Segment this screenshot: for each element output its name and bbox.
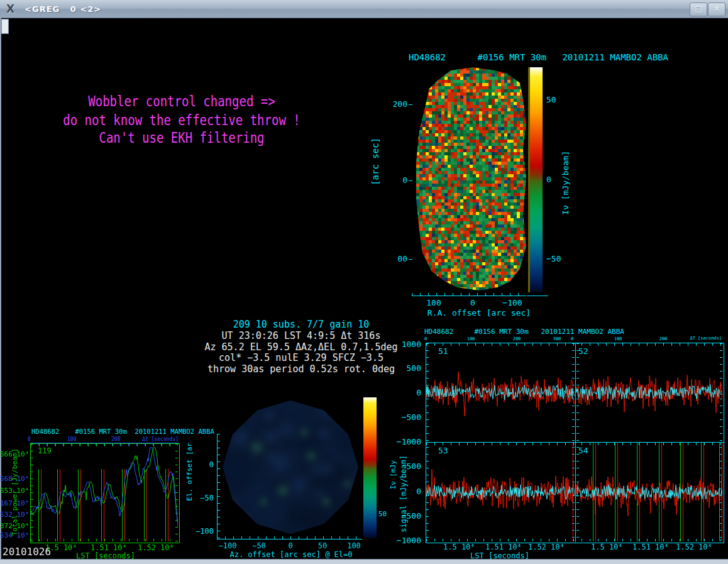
signal-xtick: 1.5 10⁴ — [591, 543, 622, 551]
signal-panel-53-canvas — [426, 443, 575, 541]
signal-top-tick: 200 — [511, 337, 522, 342]
close-button[interactable]: ✕ — [708, 3, 725, 16]
window-title: <GREG 0 <2> — [25, 4, 101, 14]
scrollbar-tab[interactable] — [1, 19, 9, 34]
tp-top-tick: 200 — [111, 437, 120, 443]
wobbler-warning: Wobbler control changed => do not know t… — [50, 92, 314, 147]
signal-top-axis-label: ΔT [seconds] — [685, 336, 722, 341]
x11-logo-icon: X — [6, 3, 14, 15]
signal-ytick: −1000 — [392, 438, 421, 446]
tick-mark — [409, 259, 412, 260]
tp-ylabel: Total power [Jy/beam] — [11, 448, 18, 536]
intensity-colorbar — [530, 67, 543, 292]
main-map-xaxis — [412, 296, 526, 296]
signal-ytick: 500 — [392, 364, 421, 373]
signal-ytick: 1000 — [392, 340, 421, 349]
colorbar-tick: 50 — [546, 96, 556, 104]
signal-top-tick: 100 — [465, 337, 477, 342]
azel-xtick: −50 — [246, 542, 272, 550]
maximize-button[interactable]: □ — [690, 3, 707, 16]
tp-trace-canvas — [31, 444, 178, 541]
titlebar[interactable]: X <GREG 0 <2> □ ✕ — [0, 0, 728, 18]
signal-top-tick: 300 — [551, 337, 563, 342]
main-map-ylabel: [arc sec] — [371, 138, 380, 185]
main-map-xtick: 0 — [459, 299, 487, 307]
tp-top-tick: 100 — [67, 437, 76, 443]
tp-top-tick: 0 — [28, 437, 31, 443]
colorbar-tick: 0 — [546, 175, 551, 184]
main-map-ytick: 0 — [386, 176, 407, 185]
tp-top-axis-label: Δt [seconds] — [140, 437, 179, 443]
azel-ytick: 0 — [195, 461, 214, 469]
azel-xtick: 100 — [341, 542, 367, 550]
main-map-xlabel: R.A. offset [arc sec] — [417, 309, 541, 318]
panel-53-label: 53 — [438, 446, 448, 455]
signal-xlabel: LST [seconds] — [462, 552, 538, 560]
main-map-xtick: 100 — [420, 299, 448, 307]
greg-window: X <GREG 0 <2> □ ✕ Wobbler control change… — [0, 0, 728, 564]
tp-xlabel: LST [seconds] — [68, 552, 143, 560]
colorbar-label: Iν [mJy/beam] — [561, 151, 570, 215]
warning-line-3: Can't use EKH filtering — [50, 129, 314, 147]
signal-xtick: 1.52 10⁴ — [528, 543, 563, 551]
azel-ytick: −100 — [186, 528, 214, 536]
signal-panel-52-canvas — [576, 343, 722, 441]
signal-xtick: 1.5 10⁴ — [443, 543, 475, 551]
azel-colorbar-tick: 50 — [378, 511, 387, 518]
azel-ylabel: El. offset [ar — [186, 443, 193, 501]
main-map-ytick: 200 — [386, 100, 407, 109]
info-line-ut: UT 23:0:26 LST 4:9:5 Δt 316s — [200, 331, 402, 342]
warning-line-1: Wobbler control changed => — [50, 92, 314, 111]
signal-top-tick: 100 — [612, 337, 624, 342]
intensity-map-canvas — [413, 67, 526, 291]
warning-line-2: do not know the effective throw ! — [50, 111, 314, 129]
date-stamp: 20101026 — [3, 546, 51, 558]
tick-marks — [217, 536, 362, 539]
signal-xtick: 1.51 10⁴ — [632, 543, 668, 551]
main-map-header: HD48682 #0156 MRT 30m 20101211 MAMBO2 AB… — [409, 53, 668, 62]
tp-plot-header: HD48682 #0156 MRT 30m 20101211 MAMBO2 AB… — [31, 428, 214, 436]
azel-xtick: 50 — [312, 542, 333, 550]
azel-xlabel: Az. offset [arc sec] @ El=0 — [219, 551, 363, 559]
colorbar-tick: −50 — [546, 255, 561, 263]
scan-info-block: 209 10 subs. 7/7 gain 10 UT 23:0:26 LST … — [200, 319, 402, 375]
info-line-azel: Az 65.2 EL 59.5 ΔAz,ΔEL 0.7,1.5deg — [200, 342, 402, 353]
scan-gain-line: 209 10 subs. 7/7 gain 10 — [200, 319, 402, 331]
tick-marks — [218, 434, 220, 539]
tp-scan-number: 119 — [38, 447, 52, 455]
panel-52-label: 52 — [578, 347, 588, 356]
azel-colorbar — [363, 397, 377, 538]
signal-header: HD48682 #0156 MRT 30m 20101211 MAMBO2 AB… — [424, 328, 624, 336]
info-line-throw: throw 30as period 0.52s rot. 0deg — [200, 364, 402, 375]
azel-xaxis — [217, 539, 362, 539]
signal-xtick: 1.51 10⁴ — [485, 543, 521, 551]
signal-panel-54-canvas — [576, 443, 722, 541]
signal-ylabel: signal [mJy/beam] — [400, 455, 407, 533]
info-line-col: col* −3.5 nulE 3.29 SFCZ −3.5 — [200, 353, 402, 364]
main-map-ytick: 00 — [386, 255, 407, 263]
panel-51-label: 51 — [438, 347, 448, 356]
signal-top-tick: 0 — [569, 337, 575, 342]
signal-ytick: 0 — [392, 389, 421, 397]
tick-marks — [412, 293, 526, 296]
signal-top-tick: 200 — [658, 337, 669, 342]
tick-mark — [409, 104, 412, 105]
azel-xtick: −100 — [214, 542, 241, 550]
signal-top-tick: 0 — [422, 337, 429, 342]
azel-map-wrapper — [218, 396, 363, 538]
signal-xtick: 1.52 10⁴ — [676, 543, 711, 551]
signal-ytick: −1000 — [392, 536, 421, 545]
colorbar-baseline — [527, 296, 548, 296]
tick-mark — [409, 180, 412, 181]
signal-panel-51-canvas — [426, 343, 575, 441]
panel-54-label: 54 — [578, 446, 588, 455]
azel-map-canvas — [218, 396, 363, 538]
azel-xtick: 0 — [282, 542, 299, 550]
tp-xtick: 1.52 10⁴ — [138, 544, 173, 552]
main-map-xtick: −100 — [497, 299, 527, 307]
signal-ytick: −500 — [392, 413, 421, 422]
